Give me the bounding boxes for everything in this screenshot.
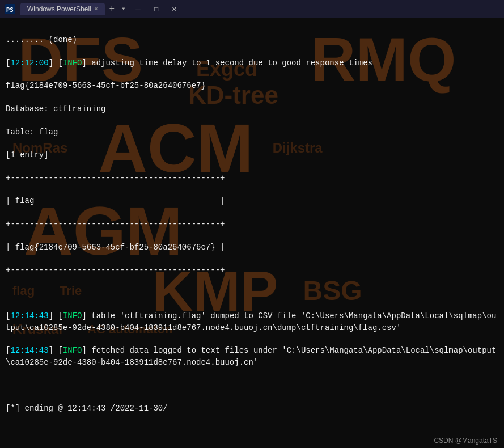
line-info1: [12:12:00] [INFO] adjusting time delay t… — [6, 58, 372, 67]
svg-text:PS: PS — [6, 6, 14, 13]
app-icon: PS — [5, 3, 16, 15]
line-sep3: +---------------------------------------… — [6, 265, 225, 274]
branding-label: CSDN @MangataTS — [434, 437, 497, 445]
tab-dropdown-button[interactable]: ▾ — [119, 5, 128, 13]
line-flag-row: | flag{2184e709-5663-45cf-bf25-80a264067… — [6, 243, 225, 252]
line-info2: [12:14:43] [INFO] table 'ctftraining.fla… — [6, 311, 496, 332]
tab-powershell[interactable]: Windows PowerShell × — [20, 3, 105, 15]
line-table: Table: flag — [6, 128, 58, 137]
terminal-container: DFS Exgcd RMQ KD-tree NomRas ACM Dijkstr… — [0, 18, 504, 448]
line-entry: [1 entry] — [6, 150, 49, 159]
maximize-button[interactable]: ☐ — [150, 3, 162, 15]
tab-list: Windows PowerShell × + ▾ — [20, 3, 128, 15]
line-ending: [*] ending @ 12:14:43 /2022-11-30/ — [6, 404, 168, 413]
line-col-header: | flag | — [6, 196, 225, 205]
window-controls: ─ ☐ ✕ — [132, 3, 180, 15]
line-sep1: +---------------------------------------… — [6, 174, 225, 183]
minimize-button[interactable]: ─ — [132, 3, 143, 15]
terminal-output[interactable]: ........ (done) [12:12:00] [INFO] adjust… — [0, 18, 504, 448]
close-tab-button[interactable]: × — [95, 6, 98, 12]
line-info3: [12:14:43] [INFO] fetched data logged to… — [6, 346, 496, 366]
line-database: Database: ctftraining — [6, 104, 105, 113]
titlebar: PS Windows PowerShell × + ▾ ─ ☐ ✕ — [0, 0, 504, 18]
tab-label: Windows PowerShell — [27, 5, 91, 13]
line-done: ........ (done) — [6, 35, 77, 44]
line-sep2: +---------------------------------------… — [6, 219, 225, 229]
close-button[interactable]: ✕ — [168, 3, 180, 15]
line-flag-plain: flag{2184e709-5663-45cf-bf25-80a2640676e… — [6, 81, 206, 90]
new-tab-button[interactable]: + — [106, 4, 118, 14]
